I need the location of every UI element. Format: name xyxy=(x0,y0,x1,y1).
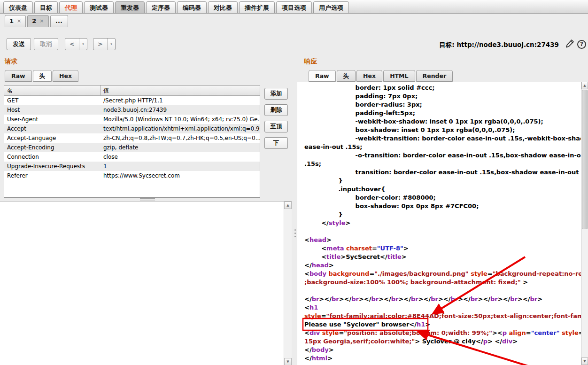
response-line: <h1 xyxy=(304,303,581,312)
prev-request-button[interactable]: < ▾ xyxy=(65,38,87,50)
main-tab-project-options[interactable]: 项目选项 xyxy=(276,1,312,13)
response-line: <div style="position: absolute;bottom: 0… xyxy=(304,329,581,337)
syntax-segment: "background-repeat:no-repeat xyxy=(493,270,581,277)
main-tab-sequencer[interactable]: 定序器 xyxy=(146,1,176,13)
horizontal-splitter-handle[interactable] xyxy=(140,198,155,201)
vertical-splitter-handle[interactable] xyxy=(294,229,296,231)
table-row[interactable]: Accept-Languagezh-CN,zh;q=0.8,zh-TW;q=0.… xyxy=(4,133,260,143)
scroll-up-icon[interactable]: ▲ xyxy=(284,202,292,209)
syntax-segment: br xyxy=(351,295,359,303)
response-tab-headers[interactable]: 头 xyxy=(337,70,356,82)
syntax-segment: style xyxy=(471,270,487,277)
header-value-cell: close xyxy=(101,152,260,162)
syntax-segment: > xyxy=(537,295,542,303)
table-row[interactable]: Hostnode3.buuoj.cn:27439 xyxy=(4,105,260,115)
syntax-segment: > Syclover @ cl4y</ xyxy=(415,338,483,345)
response-line: </html> xyxy=(304,354,581,363)
main-tab-decoder[interactable]: 编码器 xyxy=(177,1,207,13)
table-row[interactable]: Refererhttps://www.Sycsecret.com xyxy=(4,171,260,180)
close-tab-icon[interactable]: × xyxy=(39,18,44,27)
scrollbar-thumb[interactable] xyxy=(582,90,588,229)
request-tab-raw[interactable]: Raw xyxy=(5,70,32,82)
scroll-down-icon[interactable]: ▼ xyxy=(284,358,292,365)
syntax-segment: meta xyxy=(326,245,344,252)
main-tab-dashboard[interactable]: 仪表盘 xyxy=(3,1,33,13)
column-header-name[interactable]: 名 xyxy=(4,85,101,95)
response-editor[interactable]: border: 1px solid #ccc; padding: 7px 0px… xyxy=(297,82,581,365)
syntax-segment: >< xyxy=(492,329,503,336)
column-header-value[interactable]: 值 xyxy=(101,85,260,95)
main-tab-target[interactable]: 目标 xyxy=(34,1,58,13)
next-request-button[interactable]: > ▾ xyxy=(93,38,116,50)
cancel-button[interactable]: 取消 xyxy=(34,38,58,50)
response-line: box-shadow: inset 0 1px 1px rgba(0,0,0,.… xyxy=(304,126,581,134)
main-tab-repeater[interactable]: 重发器 xyxy=(115,1,145,13)
syntax-segment: ></ xyxy=(319,295,332,303)
syntax-segment: br xyxy=(332,295,339,303)
syntax-segment: style xyxy=(322,329,339,336)
response-scrollbar[interactable]: ▲ ▼ xyxy=(581,82,588,365)
response-line: ease-in-out .15s; xyxy=(304,143,581,151)
add-button[interactable]: 添加 xyxy=(264,88,288,100)
repeater-tab-2[interactable]: 2× xyxy=(27,15,48,27)
response-line: .15s; xyxy=(304,160,581,168)
main-tab-proxy[interactable]: 代理 xyxy=(59,1,83,13)
repeater-tab-1[interactable]: 1× xyxy=(5,15,26,27)
request-section-title: 请求 xyxy=(5,57,17,66)
remove-button[interactable]: 删除 xyxy=(264,104,288,116)
chevron-down-icon[interactable]: ▾ xyxy=(79,39,87,50)
response-tab-raw[interactable]: Raw xyxy=(309,70,336,82)
header-name-cell: GET xyxy=(4,96,101,105)
next-request-label: > xyxy=(93,39,108,50)
edit-target-icon[interactable] xyxy=(565,39,575,51)
table-row[interactable]: Connectionclose xyxy=(4,152,260,162)
header-name-cell: User-Agent xyxy=(4,115,101,124)
request-tab-headers[interactable]: 头 xyxy=(33,70,52,82)
syntax-segment: title xyxy=(326,253,340,260)
syntax-segment: style xyxy=(329,219,346,226)
table-row[interactable]: User-AgentMozilla/5.0 (Windows NT 10.0; … xyxy=(4,115,260,124)
repeater-tab-label: ... xyxy=(55,17,62,27)
main-tab-intruder[interactable]: 测试器 xyxy=(84,1,114,13)
table-row[interactable]: GET/Secret.php HTTP/1.1 xyxy=(4,96,260,105)
repeater-tab-more[interactable]: ... xyxy=(50,15,68,27)
syntax-segment: > xyxy=(402,253,407,260)
response-line: transition: border-color ease-in-out .15… xyxy=(304,168,581,177)
main-tab-comparer[interactable]: 对比器 xyxy=(208,1,238,13)
syntax-segment: h1 xyxy=(417,321,425,328)
request-tab-hex[interactable]: Hex xyxy=(53,70,78,82)
response-line xyxy=(304,227,581,236)
move-to-top-button[interactable]: 至顶 xyxy=(264,121,288,132)
repeater-doc-tab-bar: 1×2×... xyxy=(0,14,588,27)
response-tab-hex[interactable]: Hex xyxy=(356,70,382,82)
syntax-segment: > xyxy=(326,236,332,243)
response-line: Please use "Syclover" browser</h1> xyxy=(304,320,581,329)
chevron-down-icon[interactable]: ▾ xyxy=(108,39,115,50)
close-tab-icon[interactable]: × xyxy=(17,18,21,27)
syntax-segment: < xyxy=(304,245,326,252)
syntax-segment: > xyxy=(329,346,334,353)
table-row[interactable]: Accepttext/html,application/xhtml+xml,ap… xyxy=(4,124,260,133)
request-body-editor[interactable]: ▲ ▼ xyxy=(0,201,292,365)
request-body-scrollbar[interactable]: ▲ ▼ xyxy=(284,202,292,365)
table-row[interactable]: Accept-Encodinggzip, deflate xyxy=(4,143,260,152)
response-line: <meta charset="UTF-8"> xyxy=(304,244,581,253)
move-down-button[interactable]: 下 xyxy=(264,137,288,149)
response-tab-html[interactable]: HTML xyxy=(383,70,415,82)
send-button[interactable]: 发送 xyxy=(7,38,31,50)
response-tab-render[interactable]: Render xyxy=(416,70,453,82)
syntax-segment: br xyxy=(371,295,379,303)
syntax-segment: p xyxy=(503,329,507,336)
syntax-segment: "./images/background.png" xyxy=(374,270,468,277)
help-icon[interactable]: ? xyxy=(577,40,586,49)
scroll-down-icon[interactable]: ▼ xyxy=(581,357,588,365)
syntax-segment: ></ xyxy=(379,295,391,303)
response-line: 15px Georgia,serif;color:white;"> Syclov… xyxy=(304,337,581,346)
main-tab-user-options[interactable]: 用户选项 xyxy=(313,1,349,13)
scroll-up-icon[interactable]: ▲ xyxy=(581,82,588,89)
table-row[interactable]: Upgrade-Insecure-Requests1 xyxy=(4,162,260,171)
syntax-segment: = xyxy=(526,329,531,336)
header-value-cell: /Secret.php HTTP/1.1 xyxy=(101,96,260,105)
request-headers-table[interactable]: 名 值 GET/Secret.php HTTP/1.1Hostnode3.buu… xyxy=(4,85,260,198)
main-tab-extender[interactable]: 插件扩展 xyxy=(239,1,275,13)
